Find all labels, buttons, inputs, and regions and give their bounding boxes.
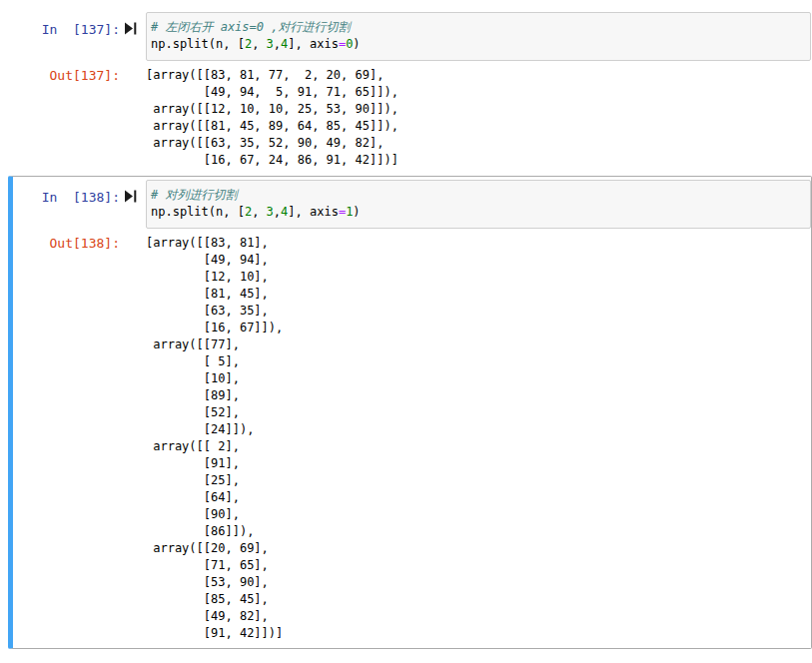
- code-line: np.split(n, [2, 3,4], axis=1): [151, 204, 806, 221]
- run-cell-icon[interactable]: [124, 22, 146, 35]
- output-icon-col: [120, 61, 146, 71]
- code-cell-137[interactable]: In [137]: # 左闭右开 axis=0 ,对行进行切割np.split(…: [8, 8, 812, 176]
- output-area: [array([[83, 81], [49, 94], [12, 10], [8…: [146, 235, 283, 642]
- prompt-icon-col: [120, 180, 146, 203]
- notebook: In [137]: # 左闭右开 axis=0 ,对行进行切割np.split(…: [0, 0, 812, 649]
- code-line: # 对列进行切割: [151, 187, 806, 204]
- code-cell-138[interactable]: In [138]: # 对列进行切割np.split(n, [2, 3,4], …: [8, 176, 812, 649]
- code-editor[interactable]: # 对列进行切割np.split(n, [2, 3,4], axis=1): [146, 180, 811, 229]
- cell-input-row: In [137]: # 左闭右开 axis=0 ,对行进行切割np.split(…: [13, 12, 811, 61]
- code-editor[interactable]: # 左闭右开 axis=0 ,对行进行切割np.split(n, [2, 3,4…: [146, 12, 811, 61]
- prompt-icon-col: [120, 12, 146, 35]
- output-prompt: Out[137]:: [13, 61, 120, 84]
- input-prompt: In [138]:: [13, 180, 120, 206]
- output-icon-col: [120, 229, 146, 239]
- code-line: # 左闭右开 axis=0 ,对行进行切割: [151, 19, 806, 36]
- input-prompt: In [137]:: [13, 12, 120, 38]
- cell-output-row: Out[137]: [array([[83, 81, 77, 2, 20, 69…: [13, 61, 811, 173]
- cell-output-row: Out[138]: [array([[83, 81], [49, 94], [1…: [13, 229, 811, 646]
- output-area: [array([[83, 81, 77, 2, 20, 69], [49, 94…: [146, 67, 399, 169]
- code-line: np.split(n, [2, 3,4], axis=0): [151, 36, 806, 53]
- cell-input-row: In [138]: # 对列进行切割np.split(n, [2, 3,4], …: [13, 180, 811, 229]
- run-cell-icon[interactable]: [124, 190, 146, 203]
- output-prompt: Out[138]:: [13, 229, 120, 252]
